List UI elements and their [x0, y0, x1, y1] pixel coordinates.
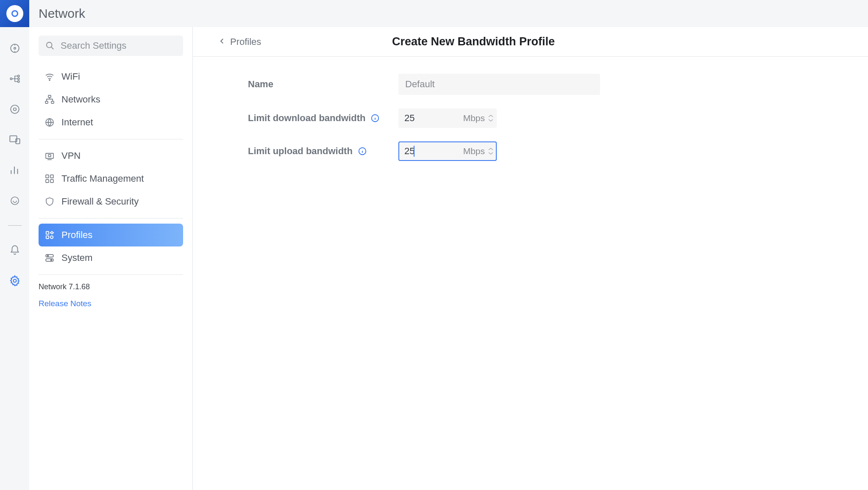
name-input[interactable]: [398, 74, 600, 95]
rail-divider: [8, 225, 22, 226]
shield-icon: [45, 197, 55, 207]
rail-stats-icon[interactable]: [9, 164, 21, 176]
rail-notifications-icon[interactable]: [9, 244, 21, 256]
rail-settings-icon[interactable]: [9, 275, 21, 287]
svg-rect-25: [46, 236, 49, 238]
download-field-wrap[interactable]: Mbps: [398, 108, 497, 128]
nav-label: WiFi: [61, 71, 80, 82]
nav-networks[interactable]: Networks: [39, 88, 183, 111]
traffic-icon: [45, 174, 55, 184]
nav-wifi[interactable]: WiFi: [39, 65, 183, 88]
nav-label: Traffic Management: [61, 173, 144, 184]
download-unit: Mbps: [463, 113, 485, 123]
svg-point-11: [13, 280, 16, 282]
svg-point-7: [13, 108, 16, 111]
svg-rect-21: [50, 175, 53, 178]
app-logo[interactable]: [0, 0, 29, 27]
svg-rect-23: [50, 180, 53, 183]
svg-point-30: [51, 260, 52, 261]
svg-point-13: [49, 80, 50, 80]
download-stepper[interactable]: [488, 114, 493, 122]
nav-label: System: [61, 252, 92, 263]
nav-label: Profiles: [61, 230, 92, 241]
main-panel: Profiles Create New Bandwidth Profile Na…: [193, 27, 868, 490]
nav-label: Firewall & Security: [61, 196, 139, 207]
rail-dashboard-icon[interactable]: [9, 42, 21, 54]
settings-sidebar: WiFi Networks Internet: [29, 27, 193, 490]
svg-point-4: [17, 78, 19, 80]
nav-label: VPN: [61, 150, 81, 161]
form-area: Name Limit download bandwidth Mbps: [193, 57, 868, 174]
nav-vpn[interactable]: VPN: [39, 144, 183, 167]
svg-point-6: [11, 105, 19, 114]
download-input[interactable]: [404, 113, 442, 124]
svg-rect-22: [46, 180, 49, 183]
nav-internet[interactable]: Internet: [39, 111, 183, 134]
upload-field-wrap[interactable]: 25 Mbps: [398, 141, 497, 161]
icon-rail: [0, 0, 29, 490]
upload-value-display: 25: [404, 146, 415, 157]
svg-point-3: [17, 75, 19, 77]
download-label: Limit download bandwidth: [248, 113, 398, 124]
svg-rect-24: [46, 232, 49, 234]
svg-rect-18: [46, 153, 53, 158]
panel-title: Create New Bandwidth Profile: [392, 35, 555, 48]
release-notes-link[interactable]: Release Notes: [39, 299, 183, 308]
svg-point-1: [14, 47, 15, 49]
globe-icon: [45, 117, 55, 127]
search-icon: [45, 41, 55, 50]
stepper-down-icon[interactable]: [488, 152, 493, 155]
search-input[interactable]: [61, 40, 176, 51]
vpn-icon: [45, 151, 55, 161]
svg-point-2: [10, 78, 12, 80]
version-text: Network 7.1.68: [39, 282, 183, 291]
info-icon[interactable]: [370, 114, 380, 123]
search-box[interactable]: [39, 36, 183, 56]
svg-rect-15: [45, 101, 48, 103]
svg-rect-14: [48, 95, 51, 97]
upload-label: Limit upload bandwidth: [248, 146, 398, 157]
rail-devices-icon[interactable]: [9, 103, 21, 115]
nav-traffic[interactable]: Traffic Management: [39, 167, 183, 190]
rail-topology-icon[interactable]: [9, 73, 21, 85]
networks-icon: [45, 94, 55, 105]
svg-point-5: [17, 80, 19, 82]
svg-rect-20: [46, 175, 49, 178]
panel-header: Profiles Create New Bandwidth Profile: [193, 27, 868, 57]
svg-point-12: [47, 42, 52, 48]
back-label: Profiles: [230, 36, 261, 47]
stepper-up-icon[interactable]: [488, 114, 493, 118]
nav-firewall[interactable]: Firewall & Security: [39, 190, 183, 213]
system-icon: [45, 253, 55, 263]
upload-stepper[interactable]: [488, 147, 493, 155]
rail-insights-icon[interactable]: [9, 195, 21, 207]
stepper-up-icon[interactable]: [488, 147, 493, 151]
profiles-icon: [45, 230, 55, 240]
upload-unit: Mbps: [463, 146, 485, 156]
info-icon[interactable]: [358, 147, 367, 156]
page-title: Network: [39, 6, 85, 21]
nav-profiles[interactable]: Profiles: [39, 224, 183, 246]
nav-system[interactable]: System: [39, 246, 183, 269]
chevron-left-icon: [218, 36, 226, 47]
svg-point-26: [50, 236, 53, 238]
svg-point-10: [11, 197, 19, 205]
back-link[interactable]: Profiles: [218, 36, 261, 47]
name-label: Name: [248, 79, 398, 90]
nav-label: Internet: [61, 117, 93, 128]
wifi-icon: [45, 72, 55, 82]
svg-rect-19: [48, 155, 51, 157]
text-cursor: [414, 146, 415, 157]
stepper-down-icon[interactable]: [488, 119, 493, 122]
svg-rect-16: [51, 101, 54, 103]
rail-clients-icon[interactable]: [9, 134, 21, 146]
nav-label: Networks: [61, 94, 100, 105]
svg-point-29: [47, 255, 49, 257]
app-header: Network: [29, 0, 868, 27]
